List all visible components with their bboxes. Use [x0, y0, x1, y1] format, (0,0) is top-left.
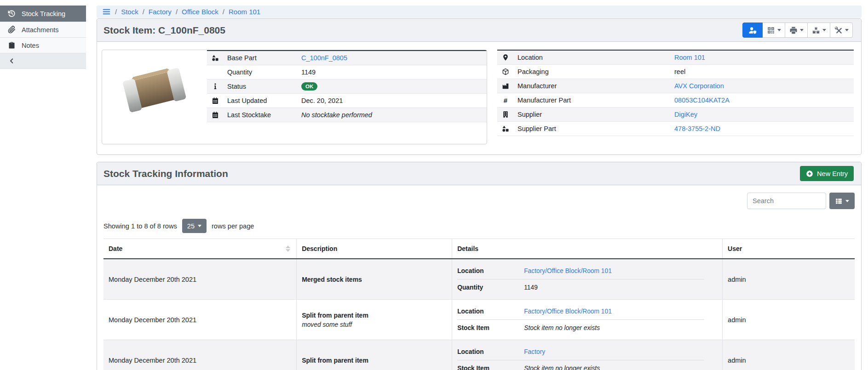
- table-header-row: DateDescriptionDetailsUser: [103, 239, 855, 259]
- sidebar-item-attachments[interactable]: Attachments: [0, 22, 86, 38]
- date-cell: Monday December 20th 2021: [103, 300, 297, 340]
- sidebar-item-label: Stock Tracking: [22, 10, 65, 17]
- sidebar-collapse-button[interactable]: [0, 53, 86, 69]
- tracking-detail-location: LocationFactory/Office Block/Room 101: [457, 263, 704, 279]
- status-badge: OK: [301, 82, 317, 91]
- breadcrumb-link-factory[interactable]: Factory: [149, 8, 172, 16]
- breadcrumb-separator: /: [176, 8, 178, 16]
- breadcrumb-separator: /: [143, 8, 144, 16]
- tracking-detail-value: 1149: [524, 284, 704, 291]
- location-details-table: LocationRoom 101PackagingreelManufacture…: [497, 50, 854, 144]
- hashtag-icon: #: [502, 97, 509, 104]
- columns-button[interactable]: [829, 193, 855, 209]
- tracking-detail-label: Stock Item: [457, 365, 524, 370]
- breadcrumb-link-stock[interactable]: Stock: [121, 8, 138, 16]
- sidebar-item-stock-tracking[interactable]: Stock Tracking: [0, 6, 86, 22]
- capacitor-image: [120, 62, 190, 120]
- breadcrumb-links: /Stock/Factory/Office Block/Room 101: [115, 8, 260, 16]
- tracking-detail-link[interactable]: Factory/Office Block/Room 101: [524, 308, 704, 315]
- tracking-row: Monday December 20th 2021Split from pare…: [103, 340, 855, 370]
- detail-link-location[interactable]: Room 101: [674, 54, 705, 61]
- tracking-detail-link[interactable]: Factory/Office Block/Room 101: [524, 268, 704, 274]
- tracking-detail-location: LocationFactory: [457, 344, 704, 360]
- breadcrumb-link-room-101[interactable]: Room 101: [229, 8, 260, 16]
- chevron-left-icon: [8, 57, 16, 65]
- boxes-icon: [812, 26, 820, 34]
- user-cell: admin: [723, 259, 855, 300]
- detail-row-supplier-part: Supplier Part478-3755-2-ND: [497, 122, 854, 136]
- print-actions-button[interactable]: [785, 23, 808, 38]
- date-cell: Monday December 20th 2021: [103, 259, 297, 300]
- detail-row-location: LocationRoom 101: [497, 51, 854, 65]
- caret-down-icon: [845, 200, 849, 202]
- description-text: Split from parent item: [302, 357, 447, 364]
- detail-link-manufacturer[interactable]: AVX Corporation: [674, 82, 724, 90]
- detail-link-manufacturer-part[interactable]: 08053C104KAT2A: [674, 97, 730, 104]
- detail-label: Quantity: [227, 68, 301, 76]
- user-cell: admin: [723, 340, 855, 370]
- tracking-detail-stock-item: Stock ItemStock item no longer exists: [457, 320, 704, 336]
- shapes-icon: [502, 125, 509, 132]
- stock-actions-button[interactable]: [808, 23, 830, 38]
- admin-user-button[interactable]: [742, 23, 763, 38]
- new-entry-label: New Entry: [817, 170, 848, 177]
- search-input[interactable]: [747, 193, 826, 209]
- tracking-detail-value: Stock item no longer exists: [524, 324, 704, 331]
- pagination-suffix: rows per page: [212, 222, 254, 230]
- detail-link-supplier[interactable]: DigiKey: [674, 111, 697, 118]
- table-controls: [103, 193, 855, 209]
- detail-row-manufacturer: ManufacturerAVX Corporation: [497, 79, 854, 93]
- tools-icon: [834, 26, 843, 34]
- detail-link-base-part[interactable]: C_100nF_0805: [301, 54, 347, 62]
- detail-label: Base Part: [227, 54, 301, 62]
- details-cell: LocationFactory/Office Block/Room 101Qua…: [452, 259, 723, 300]
- sidebar-item-label: Attachments: [22, 26, 59, 34]
- sidebar-item-notes[interactable]: Notes: [0, 38, 86, 53]
- stock-tracking-panel: Stock Tracking Information New Entry Sho…: [97, 162, 862, 370]
- description-cell: Split from parent itemmoved some stuff: [297, 300, 452, 340]
- calendar-icon: [212, 111, 219, 119]
- description-cell: Split from parent item: [297, 340, 452, 370]
- caret-down-icon: [777, 29, 781, 31]
- page-size-select[interactable]: 25: [182, 219, 207, 233]
- detail-label: Packaging: [517, 68, 674, 75]
- tracking-detail-quantity: Quantity1149: [457, 279, 704, 296]
- breadcrumb-separator: /: [223, 8, 224, 16]
- clipboard-icon: [8, 41, 16, 49]
- qrcode-icon: [767, 26, 775, 34]
- detail-value-packaging: reel: [674, 68, 685, 75]
- industry-icon: [502, 82, 509, 90]
- page-title: Stock Item: C_100nF_0805: [103, 25, 225, 36]
- detail-label: Last Updated: [227, 97, 301, 104]
- caret-down-icon: [822, 29, 826, 31]
- breadcrumb: /Stock/Factory/Office Block/Room 101: [97, 6, 862, 18]
- detail-label: Supplier Part: [517, 125, 674, 132]
- detail-link-supplier-part[interactable]: 478-3755-2-ND: [674, 125, 720, 132]
- hamburger-menu-icon[interactable]: [102, 7, 111, 16]
- stock-item-panel-body: Base PartC_100nF_0805Quantity1149StatusO…: [97, 42, 861, 154]
- edit-actions-button[interactable]: [830, 23, 853, 38]
- plus-circle-icon: [806, 170, 813, 177]
- new-entry-button[interactable]: New Entry: [800, 166, 854, 181]
- tracking-detail-label: Location: [457, 268, 524, 274]
- stock-tracking-table: DateDescriptionDetailsUser Monday Decemb…: [103, 239, 855, 370]
- detail-label: Location: [517, 54, 674, 61]
- sidebar: Stock TrackingAttachmentsNotes: [0, 0, 86, 370]
- column-header-date[interactable]: Date: [103, 239, 297, 259]
- box-icon: [502, 68, 509, 75]
- calendar-icon: [212, 97, 219, 104]
- column-header-details: Details: [452, 239, 723, 259]
- detail-row-supplier: SupplierDigiKey: [497, 108, 854, 122]
- tracking-detail-value: Stock item no longer exists: [524, 365, 704, 370]
- date-cell: Monday December 20th 2021: [103, 340, 297, 370]
- tracking-detail-link[interactable]: Factory: [524, 348, 704, 355]
- barcode-actions-button[interactable]: [763, 23, 785, 38]
- details-cell: LocationFactoryStock ItemStock item no l…: [452, 340, 723, 370]
- breadcrumb-link-office-block[interactable]: Office Block: [182, 8, 218, 16]
- detail-row-packaging: Packagingreel: [497, 65, 854, 79]
- column-header-description: Description: [297, 239, 452, 259]
- shapes-icon: [212, 54, 219, 62]
- part-details-box: Base PartC_100nF_0805Quantity1149StatusO…: [102, 50, 487, 144]
- detail-label: Last Stocktake: [227, 111, 301, 119]
- caret-down-icon: [800, 29, 804, 31]
